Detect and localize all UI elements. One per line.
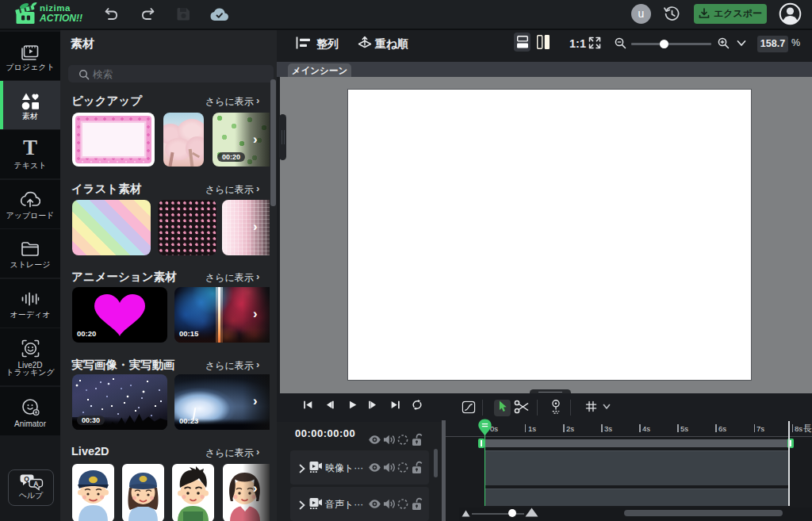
svg-text:A: A [33,480,38,488]
svg-text:Q: Q [24,475,29,483]
